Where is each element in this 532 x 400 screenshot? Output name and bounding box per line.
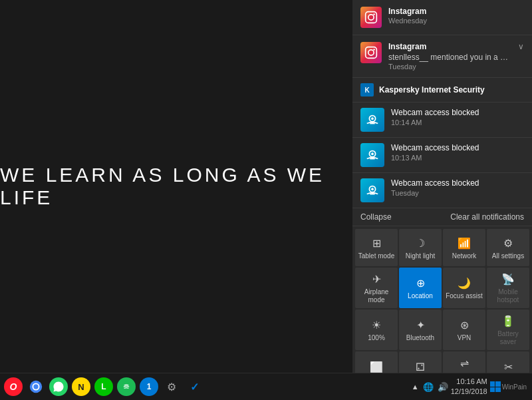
network-icon: 📶 — [458, 237, 471, 250]
quick-actions-grid: ⊞ Tablet mode ☽ Night light 📶 Network ⚙ … — [352, 226, 532, 373]
taskbar-brand: WinPain — [490, 381, 527, 392]
qa-vpn-label: VPN — [458, 334, 471, 342]
tray-network[interactable]: 🌐 — [423, 382, 434, 392]
qa-connect[interactable]: ⚁ Connect — [399, 351, 442, 373]
airplane-mode-icon: ✈ — [372, 273, 381, 286]
qa-tablet-mode-label: Tablet mode — [358, 252, 394, 260]
qa-vpn[interactable]: ⊛ VPN — [443, 309, 485, 350]
clock-date: 12/19/2018 — [451, 387, 487, 397]
night-light-icon: ☽ — [416, 237, 425, 250]
clear-all-button[interactable]: Clear all notifications — [450, 212, 524, 222]
webcam-icon-2 — [360, 143, 384, 167]
notif-instagram-wednesday-content: Instagram Wednesday — [388, 7, 524, 25]
svg-point-20 — [33, 384, 38, 389]
main-heading: WE LEARN AS LONG AS WE LIFE — [0, 164, 352, 209]
qa-network[interactable]: 📶 Network — [443, 229, 485, 266]
kaspersky-icon: K — [360, 83, 374, 97]
notification-panel: Instagram Wednesday Instagram stenlless_… — [352, 0, 532, 373]
qa-network-label: Network — [452, 252, 477, 260]
qa-project[interactable]: ⬜ Project — [355, 351, 398, 373]
opera-icon[interactable]: O — [4, 377, 23, 396]
kaspersky-name: Kaspersky Internet Security — [379, 85, 485, 95]
screen-snip-icon: ✂ — [504, 361, 513, 373]
windows-logo[interactable] — [490, 381, 501, 392]
svg-rect-3 — [366, 47, 377, 59]
tray-volume[interactable]: 🔊 — [438, 382, 448, 392]
nearby-sharing-icon: ⇌ — [460, 357, 469, 369]
qa-battery-saver: 🔋 Battery saver — [487, 309, 529, 350]
webcam-time-1: 10:14 AM — [391, 118, 524, 126]
qa-airplane-mode-label: Airplane mode — [358, 288, 395, 304]
norton-icon[interactable]: N — [72, 377, 90, 396]
svg-point-2 — [373, 13, 375, 15]
qa-all-settings-label: All settings — [492, 252, 524, 260]
svg-point-7 — [371, 117, 374, 120]
webcam-content-3: Webcam access blocked Tuesday — [391, 178, 524, 197]
connect-icon: ⚁ — [416, 361, 425, 373]
all-settings-icon: ⚙ — [503, 237, 513, 250]
qa-focus-assist-label: Focus assist — [446, 292, 483, 300]
qa-nearby-sharing-label: Nearby sharing — [446, 372, 483, 373]
qa-airplane-mode[interactable]: ✈ Airplane mode — [355, 268, 398, 308]
qa-nearby-sharing[interactable]: ⇌ Nearby sharing — [443, 351, 485, 373]
svg-point-21 — [122, 382, 132, 392]
qa-night-light[interactable]: ☽ Night light — [399, 229, 442, 266]
instagram-icon — [360, 7, 382, 28]
qa-screen-snip[interactable]: ✂ Screen snip — [487, 351, 529, 373]
webcam-time-3: Tuesday — [391, 189, 524, 197]
qa-mobile-hotspot: 📡 Mobile hotspot — [487, 268, 529, 308]
focus-assist-icon: 🌙 — [458, 277, 471, 290]
qa-all-settings[interactable]: ⚙ All settings — [487, 229, 529, 266]
qa-location-label: Location — [408, 292, 433, 300]
settings-icon[interactable]: ⚙ — [162, 377, 181, 396]
svg-point-15 — [371, 188, 374, 190]
qa-focus-assist[interactable]: 🌙 Focus assist — [443, 268, 485, 308]
webcam-time-2: 10:13 AM — [391, 154, 524, 162]
brightness-icon: ☀ — [372, 319, 381, 331]
line-icon[interactable]: L — [94, 377, 113, 396]
notif-instagram-tuesday[interactable]: Instagram stenlless__ mentioned you in a… — [352, 35, 532, 78]
kaspersky-header: K Kaspersky Internet Security — [352, 78, 532, 102]
notif-footer: Collapse Clear all notifications — [352, 208, 532, 226]
taskbar: O N L 1 ⚙ ✓ ▲ 🌐 🔊 — [0, 373, 532, 400]
bluetooth-icon: ✦ — [416, 319, 425, 331]
onedrive-icon[interactable]: 1 — [140, 377, 158, 396]
qa-mobile-hotspot-label: Mobile hotspot — [489, 288, 527, 304]
notif-instagram-wednesday[interactable]: Instagram Wednesday — [352, 0, 532, 35]
notif-time-2: Tuesday — [388, 63, 511, 71]
checkmark-icon[interactable]: ✓ — [185, 377, 203, 396]
tablet-mode-icon: ⊞ — [372, 237, 381, 250]
qa-tablet-mode[interactable]: ⊞ Tablet mode — [355, 229, 398, 266]
clock-time: 10:16 AM — [451, 377, 487, 387]
webcam-content-1: Webcam access blocked 10:14 AM — [391, 108, 524, 126]
webcam-content-2: Webcam access blocked 10:13 AM — [391, 143, 524, 162]
webcam-notif-1[interactable]: Webcam access blocked 10:14 AM — [352, 102, 532, 138]
svg-point-1 — [368, 15, 374, 20]
notif-app-name: Instagram — [388, 7, 524, 16]
svg-point-11 — [371, 152, 374, 155]
svg-point-4 — [368, 50, 374, 55]
taskbar-clock[interactable]: 10:16 AM 12/19/2018 — [451, 377, 487, 397]
svg-rect-0 — [366, 12, 377, 23]
main-background: WE LEARN AS LONG AS WE LIFE — [0, 0, 352, 373]
expand-button[interactable]: ∨ — [518, 42, 524, 51]
qa-bluetooth[interactable]: ✦ Bluetooth — [399, 309, 442, 350]
spotify-icon[interactable] — [117, 377, 136, 396]
whatsapp-icon[interactable] — [49, 377, 68, 396]
qa-location[interactable]: ⊕ Location — [399, 268, 442, 308]
webcam-icon-3 — [360, 178, 384, 202]
notif-app-name-2: Instagram — [388, 42, 511, 51]
qa-brightness-label: 100% — [368, 334, 385, 342]
collapse-button[interactable]: Collapse — [360, 212, 392, 222]
tray-arrow[interactable]: ▲ — [412, 383, 419, 391]
qa-bluetooth-label: Bluetooth — [406, 334, 434, 342]
chrome-icon[interactable] — [27, 377, 45, 396]
battery-saver-icon: 🔋 — [501, 315, 515, 327]
qa-brightness[interactable]: ☀ 100% — [355, 309, 398, 350]
project-icon: ⬜ — [370, 361, 383, 373]
webcam-notif-3[interactable]: Webcam access blocked Tuesday — [352, 173, 532, 208]
notif-instagram-tuesday-content: Instagram stenlless__ mentioned you in a… — [388, 42, 511, 71]
taskbar-left: O N L 1 ⚙ ✓ — [0, 377, 203, 396]
notif-message: stenlless__ mentioned you in a comment: … — [388, 53, 511, 62]
webcam-notif-2[interactable]: Webcam access blocked 10:13 AM — [352, 138, 532, 173]
